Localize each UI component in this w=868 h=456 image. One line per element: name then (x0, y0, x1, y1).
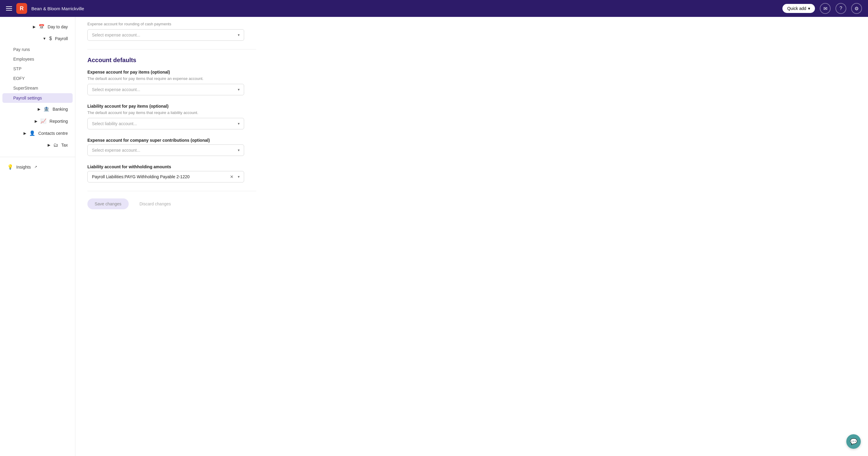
sidebar-item-payroll-settings[interactable]: Payroll settings (2, 93, 73, 103)
clear-icon[interactable]: ✕ (230, 174, 234, 179)
quick-add-button[interactable]: Quick add ▾ (782, 4, 815, 13)
payroll-submenu: Pay runs Employees STP EOFY SuperStream … (0, 45, 75, 103)
chevron-right-icon: ▶ (38, 107, 40, 111)
chevron-right-icon: ▶ (33, 25, 36, 29)
dollar-icon: $ (49, 36, 52, 41)
expense-pay-items-group: Expense account for pay items (optional)… (87, 70, 856, 95)
expense-pay-items-description: The default account for pay items that r… (87, 76, 856, 81)
tax-icon: 🗂 (53, 142, 58, 148)
company-name: Bean & Bloom Marrickville (31, 6, 84, 11)
sidebar-item-pay-runs[interactable]: Pay runs (0, 45, 75, 54)
reporting-icon: 📈 (40, 118, 46, 124)
contacts-icon: 👤 (29, 130, 35, 136)
liability-withholding-group: Liability account for withholding amount… (87, 164, 856, 182)
bottom-divider (87, 191, 256, 191)
discard-changes-button[interactable]: Discard changes (132, 198, 178, 209)
expense-pay-items-label: Expense account for pay items (optional) (87, 70, 856, 75)
expense-super-select[interactable]: Select expense account... ▾ (87, 144, 244, 156)
sidebar-item-payroll[interactable]: ▼ $ Payroll (2, 33, 73, 44)
help-button[interactable]: ? (835, 3, 846, 14)
main-layout: ▶ 📅 Day to day ▼ $ Payroll Pay runs Empl… (0, 17, 868, 456)
rounding-expense-select[interactable]: Select expense account... ▾ (87, 29, 244, 41)
sidebar-item-day-to-day[interactable]: ▶ 📅 Day to day (2, 21, 73, 33)
rounding-section: Expense account for rounding of cash pay… (87, 17, 856, 41)
banking-icon: 🏦 (43, 106, 50, 112)
sidebar-item-tax[interactable]: ▶ 🗂 Tax (2, 139, 73, 151)
chat-button[interactable]: 💬 (846, 434, 861, 449)
chevron-down-icon: ▾ (808, 6, 810, 11)
expense-super-label: Expense account for company super contri… (87, 138, 856, 143)
action-buttons: Save changes Discard changes (87, 198, 856, 209)
liability-withholding-label: Liability account for withholding amount… (87, 164, 856, 169)
expense-pay-items-select[interactable]: Select expense account... ▾ (87, 84, 244, 95)
insights-icon: 💡 (7, 164, 13, 170)
sidebar-item-eofy[interactable]: EOFY (0, 74, 75, 83)
calendar-icon: 📅 (38, 24, 44, 30)
header-right: Quick add ▾ ✉ ? ⚙ (782, 3, 862, 14)
liability-pay-items-label: Liability account for pay items (optiona… (87, 104, 856, 109)
sidebar-item-reporting[interactable]: ▶ 📈 Reporting (2, 115, 73, 127)
sidebar-item-stp[interactable]: STP (0, 64, 75, 74)
chevron-down-icon: ▾ (238, 175, 240, 179)
liability-withholding-select[interactable]: Payroll Liabilities:PAYG Withholding Pay… (87, 171, 244, 182)
sidebar-item-employees[interactable]: Employees (0, 54, 75, 64)
chevron-right-icon: ▶ (35, 119, 37, 123)
settings-button[interactable]: ⚙ (851, 3, 862, 14)
account-defaults-title: Account defaults (87, 57, 856, 64)
save-changes-button[interactable]: Save changes (87, 198, 129, 209)
liability-pay-items-description: The default account for pay items that r… (87, 110, 856, 115)
sidebar-item-contacts[interactable]: ▶ 👤 Contacts centre (2, 127, 73, 139)
section-divider (87, 49, 256, 50)
header: R Bean & Bloom Marrickville Quick add ▾ … (0, 0, 868, 17)
chevron-down-icon: ▾ (238, 33, 240, 37)
hamburger-menu[interactable] (6, 6, 12, 10)
sidebar-item-superstream[interactable]: SuperStream (0, 83, 75, 93)
sidebar-item-insights[interactable]: 💡 Insights ↗ (2, 161, 73, 173)
main-content: Expense account for rounding of cash pay… (75, 17, 868, 456)
chevron-down-icon: ▼ (42, 36, 46, 41)
app-logo: R (16, 3, 27, 14)
chevron-down-icon: ▾ (238, 121, 240, 126)
expense-super-group: Expense account for company super contri… (87, 138, 856, 156)
rounding-label: Expense account for rounding of cash pay… (87, 22, 856, 26)
chevron-down-icon: ▾ (238, 148, 240, 152)
header-left: R Bean & Bloom Marrickville (6, 3, 84, 14)
chat-icon: 💬 (850, 438, 858, 445)
liability-pay-items-select[interactable]: Select liability account... ▾ (87, 118, 244, 130)
sidebar-item-banking[interactable]: ▶ 🏦 Banking (2, 103, 73, 115)
chevron-down-icon: ▾ (238, 87, 240, 92)
chevron-right-icon: ▶ (24, 131, 26, 135)
mail-button[interactable]: ✉ (820, 3, 831, 14)
liability-pay-items-group: Liability account for pay items (optiona… (87, 104, 856, 130)
chevron-right-icon: ▶ (48, 143, 50, 147)
sidebar: ▶ 📅 Day to day ▼ $ Payroll Pay runs Empl… (0, 17, 75, 456)
external-link-icon: ↗ (34, 165, 37, 169)
